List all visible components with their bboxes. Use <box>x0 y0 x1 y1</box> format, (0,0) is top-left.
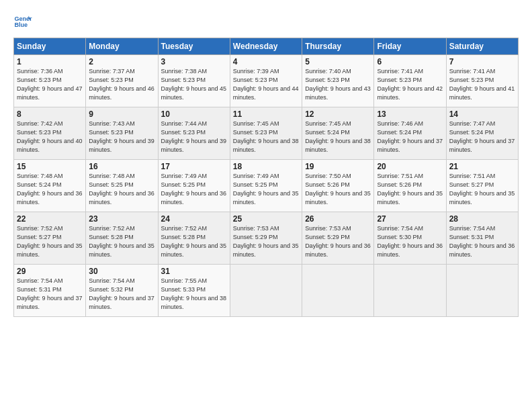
calendar-week-0: 1 Sunrise: 7:36 AMSunset: 5:23 PMDayligh… <box>14 55 519 107</box>
calendar-table: SundayMondayTuesdayWednesdayThursdayFrid… <box>13 38 519 317</box>
calendar-cell: 17 Sunrise: 7:49 AMSunset: 5:25 PMDaylig… <box>158 160 230 212</box>
calendar-body: 1 Sunrise: 7:36 AMSunset: 5:23 PMDayligh… <box>14 55 519 317</box>
calendar-week-2: 15 Sunrise: 7:48 AMSunset: 5:24 PMDaylig… <box>14 160 519 212</box>
col-header-monday: Monday <box>86 38 158 55</box>
col-header-saturday: Saturday <box>446 38 518 55</box>
day-info: Sunrise: 7:42 AMSunset: 5:23 PMDaylight:… <box>17 120 83 153</box>
day-info: Sunrise: 7:40 AMSunset: 5:23 PMDaylight:… <box>305 68 371 101</box>
calendar-cell: 23 Sunrise: 7:52 AMSunset: 5:28 PMDaylig… <box>86 212 158 265</box>
page-container: General Blue SundayMondayTuesdayWednesda… <box>0 0 532 325</box>
calendar-cell: 9 Sunrise: 7:43 AMSunset: 5:23 PMDayligh… <box>86 107 158 160</box>
day-info: Sunrise: 7:41 AMSunset: 5:23 PMDaylight:… <box>377 68 443 101</box>
day-number: 26 <box>305 214 371 224</box>
calendar-cell: 13 Sunrise: 7:46 AMSunset: 5:24 PMDaylig… <box>374 107 446 160</box>
day-info: Sunrise: 7:52 AMSunset: 5:28 PMDaylight:… <box>161 225 227 258</box>
calendar-cell: 18 Sunrise: 7:49 AMSunset: 5:25 PMDaylig… <box>230 160 302 212</box>
calendar-cell: 31 Sunrise: 7:55 AMSunset: 5:33 PMDaylig… <box>158 265 230 317</box>
day-number: 3 <box>161 57 227 66</box>
day-info: Sunrise: 7:54 AMSunset: 5:31 PMDaylight:… <box>449 225 515 258</box>
calendar-cell: 27 Sunrise: 7:54 AMSunset: 5:30 PMDaylig… <box>374 212 446 265</box>
day-info: Sunrise: 7:53 AMSunset: 5:29 PMDaylight:… <box>233 225 299 258</box>
day-number: 19 <box>305 162 371 171</box>
calendar-cell: 29 Sunrise: 7:54 AMSunset: 5:31 PMDaylig… <box>14 265 86 317</box>
day-number: 17 <box>161 162 227 171</box>
day-info: Sunrise: 7:48 AMSunset: 5:24 PMDaylight:… <box>17 173 83 205</box>
col-header-tuesday: Tuesday <box>158 38 230 55</box>
day-number: 20 <box>377 162 443 171</box>
day-number: 15 <box>17 162 83 171</box>
calendar-cell: 25 Sunrise: 7:53 AMSunset: 5:29 PMDaylig… <box>230 212 302 265</box>
logo: General Blue <box>13 12 35 31</box>
day-number: 27 <box>377 214 443 224</box>
day-number: 21 <box>449 162 515 171</box>
day-number: 31 <box>161 267 227 276</box>
day-info: Sunrise: 7:49 AMSunset: 5:25 PMDaylight:… <box>161 173 227 205</box>
calendar-week-3: 22 Sunrise: 7:52 AMSunset: 5:27 PMDaylig… <box>14 212 519 265</box>
col-header-thursday: Thursday <box>302 38 374 55</box>
day-info: Sunrise: 7:45 AMSunset: 5:23 PMDaylight:… <box>233 120 299 153</box>
col-header-wednesday: Wednesday <box>230 38 302 55</box>
calendar-cell: 15 Sunrise: 7:48 AMSunset: 5:24 PMDaylig… <box>14 160 86 212</box>
day-number: 4 <box>233 57 299 66</box>
calendar-cell: 12 Sunrise: 7:45 AMSunset: 5:24 PMDaylig… <box>302 107 374 160</box>
calendar-cell: 1 Sunrise: 7:36 AMSunset: 5:23 PMDayligh… <box>14 55 86 107</box>
day-info: Sunrise: 7:54 AMSunset: 5:31 PMDaylight:… <box>17 277 83 310</box>
day-number: 9 <box>89 109 154 119</box>
calendar-cell: 21 Sunrise: 7:51 AMSunset: 5:27 PMDaylig… <box>446 160 518 212</box>
calendar-cell: 22 Sunrise: 7:52 AMSunset: 5:27 PMDaylig… <box>14 212 86 265</box>
day-number: 6 <box>377 57 443 66</box>
calendar-cell <box>230 265 302 317</box>
day-info: Sunrise: 7:38 AMSunset: 5:23 PMDaylight:… <box>161 68 227 101</box>
day-number: 23 <box>89 214 154 224</box>
calendar-cell: 2 Sunrise: 7:37 AMSunset: 5:23 PMDayligh… <box>86 55 158 107</box>
calendar-cell <box>302 265 374 317</box>
calendar-cell: 7 Sunrise: 7:41 AMSunset: 5:23 PMDayligh… <box>446 55 518 107</box>
day-info: Sunrise: 7:50 AMSunset: 5:26 PMDaylight:… <box>305 173 371 205</box>
day-number: 30 <box>89 267 154 276</box>
calendar-cell: 4 Sunrise: 7:39 AMSunset: 5:23 PMDayligh… <box>230 55 302 107</box>
calendar-cell: 19 Sunrise: 7:50 AMSunset: 5:26 PMDaylig… <box>302 160 374 212</box>
day-info: Sunrise: 7:36 AMSunset: 5:23 PMDaylight:… <box>17 68 83 101</box>
calendar-cell: 30 Sunrise: 7:54 AMSunset: 5:32 PMDaylig… <box>86 265 158 317</box>
calendar-cell: 24 Sunrise: 7:52 AMSunset: 5:28 PMDaylig… <box>158 212 230 265</box>
col-header-sunday: Sunday <box>14 38 86 55</box>
day-number: 28 <box>449 214 515 224</box>
col-header-friday: Friday <box>374 38 446 55</box>
day-number: 2 <box>89 57 154 66</box>
day-number: 13 <box>377 109 443 119</box>
day-number: 7 <box>449 57 515 66</box>
day-info: Sunrise: 7:43 AMSunset: 5:23 PMDaylight:… <box>89 120 154 153</box>
calendar-cell: 16 Sunrise: 7:48 AMSunset: 5:25 PMDaylig… <box>86 160 158 212</box>
calendar-cell: 26 Sunrise: 7:53 AMSunset: 5:29 PMDaylig… <box>302 212 374 265</box>
calendar-cell: 8 Sunrise: 7:42 AMSunset: 5:23 PMDayligh… <box>14 107 86 160</box>
svg-text:Blue: Blue <box>14 21 28 28</box>
day-number: 5 <box>305 57 371 66</box>
calendar-cell <box>374 265 446 317</box>
day-number: 25 <box>233 214 299 224</box>
day-number: 1 <box>17 57 83 66</box>
day-info: Sunrise: 7:49 AMSunset: 5:25 PMDaylight:… <box>233 173 299 205</box>
day-info: Sunrise: 7:39 AMSunset: 5:23 PMDaylight:… <box>233 68 299 101</box>
calendar-cell: 5 Sunrise: 7:40 AMSunset: 5:23 PMDayligh… <box>302 55 374 107</box>
calendar-cell: 10 Sunrise: 7:44 AMSunset: 5:23 PMDaylig… <box>158 107 230 160</box>
day-info: Sunrise: 7:55 AMSunset: 5:33 PMDaylight:… <box>161 277 227 310</box>
day-number: 29 <box>17 267 83 276</box>
day-info: Sunrise: 7:47 AMSunset: 5:24 PMDaylight:… <box>449 120 515 153</box>
day-info: Sunrise: 7:52 AMSunset: 5:27 PMDaylight:… <box>17 225 83 258</box>
header: General Blue <box>13 12 519 31</box>
day-info: Sunrise: 7:54 AMSunset: 5:30 PMDaylight:… <box>377 225 443 258</box>
calendar-cell: 28 Sunrise: 7:54 AMSunset: 5:31 PMDaylig… <box>446 212 518 265</box>
calendar-cell <box>446 265 518 317</box>
day-number: 24 <box>161 214 227 224</box>
day-info: Sunrise: 7:53 AMSunset: 5:29 PMDaylight:… <box>305 225 371 258</box>
day-info: Sunrise: 7:44 AMSunset: 5:23 PMDaylight:… <box>161 120 227 153</box>
day-info: Sunrise: 7:48 AMSunset: 5:25 PMDaylight:… <box>89 173 154 205</box>
calendar-cell: 6 Sunrise: 7:41 AMSunset: 5:23 PMDayligh… <box>374 55 446 107</box>
day-number: 12 <box>305 109 371 119</box>
day-info: Sunrise: 7:45 AMSunset: 5:24 PMDaylight:… <box>305 120 371 153</box>
day-number: 11 <box>233 109 299 119</box>
day-info: Sunrise: 7:51 AMSunset: 5:26 PMDaylight:… <box>377 173 443 205</box>
calendar-header-row: SundayMondayTuesdayWednesdayThursdayFrid… <box>14 38 519 55</box>
day-number: 18 <box>233 162 299 171</box>
day-info: Sunrise: 7:51 AMSunset: 5:27 PMDaylight:… <box>449 173 515 205</box>
